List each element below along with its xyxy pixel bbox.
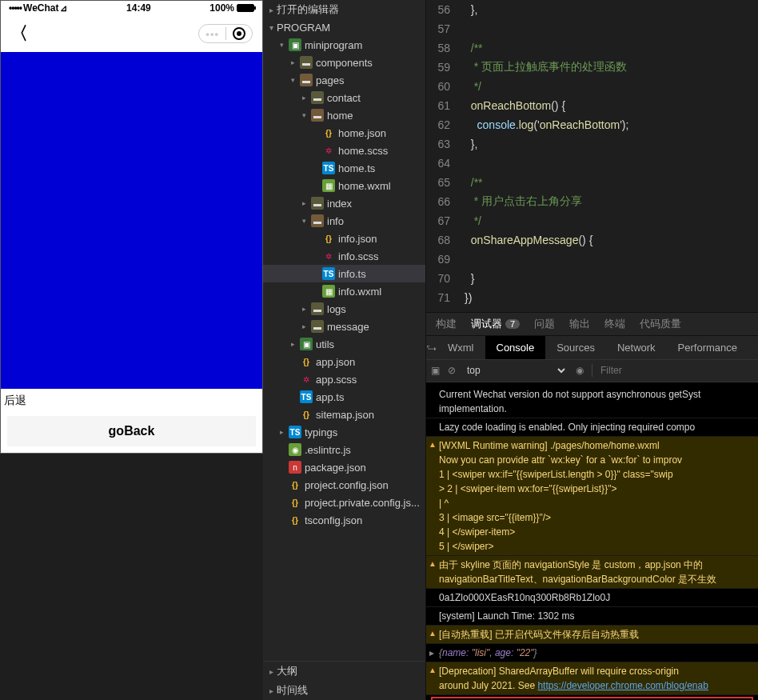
json-icon: {}: [300, 355, 313, 368]
file-home-ts[interactable]: TShome.ts: [263, 159, 425, 177]
battery-label: 100%: [209, 2, 234, 14]
context-select[interactable]: top: [464, 364, 568, 377]
json-icon: {}: [322, 232, 335, 245]
tab-problems[interactable]: 问题: [534, 317, 555, 331]
devtab-console[interactable]: Console: [485, 336, 546, 359]
file-home-json[interactable]: {}home.json: [263, 124, 425, 142]
inspect-icon[interactable]: ⮑: [426, 342, 437, 354]
folder-logs[interactable]: ▸▬logs: [263, 300, 425, 318]
battery-icon: [237, 4, 254, 12]
devtools-tabs: ⮑ Wxml Console Sources Network Performan…: [426, 336, 758, 360]
file-explorer[interactable]: ▸打开的编辑器 ▾PROGRAM ▾▣miniprogram ▸▬compone…: [263, 0, 426, 700]
ts-icon: TS: [300, 390, 313, 403]
console-warning: [WXML Runtime warning] ./pages/home/home…: [426, 437, 758, 556]
file-project-config[interactable]: {}project.config.json: [263, 476, 425, 494]
scss-icon: ✲: [322, 144, 335, 157]
nav-bar: 〈 •••: [1, 15, 262, 52]
json-icon: {}: [289, 496, 301, 509]
devtab-network[interactable]: Network: [606, 336, 667, 359]
project-root[interactable]: ▾PROGRAM: [263, 19, 425, 36]
filter-input[interactable]: [600, 365, 753, 376]
file-sitemap-json[interactable]: {}sitemap.json: [263, 406, 425, 423]
json-icon: {}: [289, 514, 301, 526]
back-icon[interactable]: 〈: [10, 22, 28, 46]
timeline-section[interactable]: ▸时间线: [263, 681, 425, 700]
devtab-performance[interactable]: Performance: [667, 336, 748, 359]
console-output[interactable]: Current Wechat version do not support as…: [426, 382, 758, 701]
ts-icon: TS: [322, 162, 335, 174]
file-project-private[interactable]: {}project.private.config.js...: [263, 494, 425, 511]
tab-build[interactable]: 构建: [436, 317, 457, 331]
file-home-wxml[interactable]: ▦home.wxml: [263, 177, 425, 194]
menu-dots-icon[interactable]: •••: [205, 28, 219, 40]
file-package-json[interactable]: npackage.json: [263, 458, 425, 476]
sidebar-toggle-icon[interactable]: ▣: [431, 365, 440, 376]
capsule-menu[interactable]: •••: [198, 24, 253, 43]
folder-icon: ▣: [300, 338, 313, 350]
file-app-ts[interactable]: TSapp.ts: [263, 388, 425, 406]
folder-message[interactable]: ▸▬message: [263, 318, 425, 335]
folder-pages[interactable]: ▾▬pages: [263, 71, 425, 89]
file-app-json[interactable]: {}app.json: [263, 353, 425, 370]
tab-output[interactable]: 输出: [569, 317, 590, 331]
back-text-label: 后退: [1, 389, 262, 413]
close-target-icon[interactable]: [233, 27, 245, 40]
console-log: 0a1Zlo000XEasR10nq300Rb8Rb1Zlo0J: [426, 589, 758, 607]
outline-section[interactable]: ▸大纲: [263, 662, 425, 681]
opened-editors-section[interactable]: ▸打开的编辑器: [263, 0, 425, 19]
file-eslintrc[interactable]: ◉.eslintrc.js: [263, 441, 425, 458]
file-info-ts[interactable]: TSinfo.ts: [263, 265, 425, 282]
devtab-wxml[interactable]: Wxml: [437, 336, 485, 359]
folder-typings[interactable]: ▸TStypings: [263, 423, 425, 441]
file-info-scss[interactable]: ✲info.scss: [263, 247, 425, 265]
devtab-sources[interactable]: Sources: [545, 336, 606, 359]
json-icon: {}: [300, 408, 313, 421]
console-object[interactable]: {name: "lisi", age: "22"}: [426, 644, 758, 662]
bottom-tabs: 构建 调试器7 问题 输出 终端 代码质量: [426, 312, 758, 336]
wxml-icon: ▦: [322, 179, 335, 192]
folder-utils[interactable]: ▸▣utils: [263, 335, 425, 353]
live-expr-icon[interactable]: ◉: [576, 365, 584, 376]
folder-info[interactable]: ▾▬info: [263, 212, 425, 230]
tab-debugger[interactable]: 调试器7: [471, 317, 520, 331]
file-info-json[interactable]: {}info.json: [263, 230, 425, 247]
folder-icon: ▬: [300, 56, 313, 69]
console-warning: [Deprecation] SharedArrayBuffer will req…: [426, 662, 758, 695]
goback-button[interactable]: goBack: [7, 416, 256, 446]
folder-home[interactable]: ▾▬home: [263, 106, 425, 124]
console-toolbar: ▣ ⊘ top ◉: [426, 360, 758, 382]
json-icon: {}: [289, 478, 301, 491]
console-log: Current Wechat version do not support as…: [426, 386, 758, 418]
console-warning: 由于 skyline 页面的 navigationStyle 是 custom，…: [426, 556, 758, 589]
carrier-label: WeChat: [23, 2, 58, 14]
ts-folder-icon: TS: [289, 426, 301, 438]
eslint-icon: ◉: [289, 443, 301, 456]
code-editor[interactable]: 56 },5758 /**59 * 页面上拉触底事件的处理函数60 */61 o…: [426, 0, 758, 312]
folder-icon: ▬: [311, 197, 324, 210]
console-log: [system] Launch Time: 1302 ms: [426, 607, 758, 626]
folder-miniprogram[interactable]: ▾▣miniprogram: [263, 36, 425, 54]
deprecation-link[interactable]: https://developer.chrome.com/blog/enab: [537, 680, 708, 691]
console-log: Lazy code loading is enabled. Only injec…: [426, 418, 758, 437]
status-bar: ••••• WeChat ⊿ 14:49 100%: [1, 1, 262, 15]
file-tsconfig[interactable]: {}tsconfig.json: [263, 511, 425, 529]
page-body[interactable]: [1, 52, 262, 389]
file-app-scss[interactable]: ✲app.scss: [263, 370, 425, 388]
file-home-scss[interactable]: ✲home.scss: [263, 142, 425, 159]
wxml-icon: ▦: [322, 285, 335, 298]
folder-components[interactable]: ▸▬components: [263, 54, 425, 71]
file-info-wxml[interactable]: ▦info.wxml: [263, 282, 425, 300]
clear-console-icon[interactable]: ⊘: [448, 365, 456, 376]
wifi-icon: ⊿: [60, 3, 67, 14]
tab-terminal[interactable]: 终端: [604, 317, 625, 331]
simulator-panel: ••••• WeChat ⊿ 14:49 100% 〈 ••• 后退 goBac…: [0, 0, 263, 454]
ts-icon: TS: [322, 267, 335, 280]
highlighted-log[interactable]: 4 onReachBottom: [431, 697, 753, 701]
folder-icon: ▬: [311, 214, 324, 227]
devtab-memory[interactable]: Me: [748, 336, 758, 359]
tab-quality[interactable]: 代码质量: [640, 317, 681, 331]
signal-icon: •••••: [9, 2, 22, 14]
folder-contact[interactable]: ▸▬contact: [263, 89, 425, 106]
folder-icon: ▬: [300, 74, 313, 86]
folder-index[interactable]: ▸▬index: [263, 194, 425, 212]
